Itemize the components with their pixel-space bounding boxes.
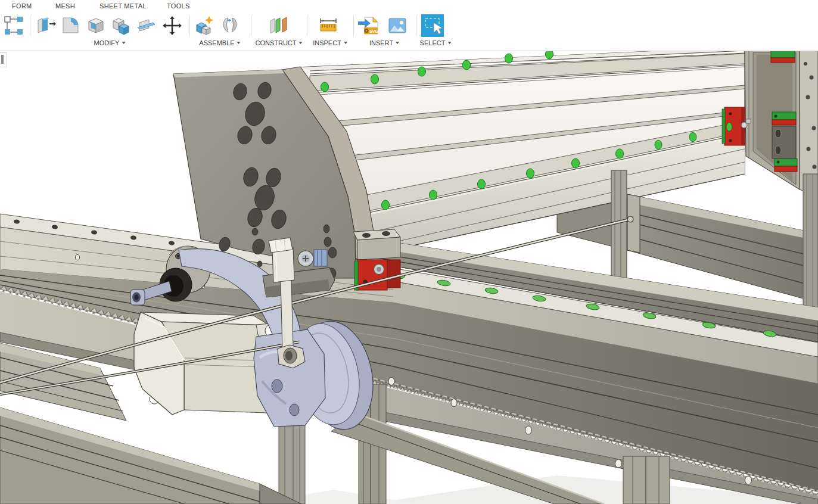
canvas-icon[interactable] <box>387 15 408 36</box>
select-icon[interactable] <box>421 14 444 38</box>
shell-icon[interactable] <box>86 15 106 36</box>
dropdown-caret-icon <box>122 42 125 44</box>
group-label-assemble[interactable]: ASSEMBLE <box>199 39 240 46</box>
insert-svg-icon[interactable]: SVG <box>357 15 381 36</box>
group-label-text: CONSTRUCT <box>255 39 296 46</box>
group-label-text: ASSEMBLE <box>199 39 234 46</box>
dropdown-caret-icon <box>396 42 399 44</box>
split-face-icon[interactable] <box>136 15 156 36</box>
fusion360-window: FORM MESH SHEET METAL TOOLS <box>0 0 818 504</box>
model-viewport[interactable] <box>0 0 818 504</box>
group-label-modify[interactable]: MODIFY <box>94 39 126 46</box>
combine-icon[interactable] <box>111 15 131 36</box>
tab-mesh[interactable]: MESH <box>55 2 75 10</box>
group-label-text: SELECT <box>420 39 446 46</box>
group-label-text: INSPECT <box>313 39 341 46</box>
group-label-insert[interactable]: INSERT <box>369 39 399 46</box>
cross-brace-left[interactable] <box>0 407 301 504</box>
construction-plane-icon[interactable] <box>266 15 292 36</box>
rail-clamp-block[interactable] <box>353 229 400 260</box>
move-icon[interactable] <box>162 15 182 36</box>
dropdown-caret-icon <box>299 42 303 44</box>
new-component-icon[interactable] <box>194 15 214 36</box>
dropdown-caret-icon <box>344 42 347 44</box>
tab-tools[interactable]: TOOLS <box>167 2 190 10</box>
press-pull-icon[interactable] <box>36 15 56 36</box>
frame-post-far-right[interactable] <box>803 174 818 309</box>
tab-form[interactable]: FORM <box>12 2 32 10</box>
browser-panel-toggle[interactable] <box>0 52 7 67</box>
browser-toggle-handle-icon <box>1 55 4 64</box>
group-label-inspect[interactable]: INSPECT <box>313 39 347 46</box>
group-label-text: MODIFY <box>94 39 120 46</box>
selection-box-icon[interactable] <box>4 15 24 36</box>
frame-post-rear[interactable] <box>611 170 627 281</box>
dropdown-caret-icon <box>237 42 241 44</box>
group-label-select[interactable]: SELECT <box>420 39 452 46</box>
fillet-icon[interactable] <box>61 15 81 36</box>
toolbar: FORM MESH SHEET METAL TOOLS <box>0 0 818 51</box>
frame-post-right[interactable] <box>623 456 670 504</box>
joint-icon[interactable] <box>219 15 240 36</box>
group-label-text: INSERT <box>369 39 393 46</box>
group-label-construct[interactable]: CONSTRUCT <box>255 39 302 46</box>
svg-badge-label: SVG <box>369 29 378 33</box>
tab-sheet-metal[interactable]: SHEET METAL <box>99 2 147 10</box>
dropdown-caret-icon <box>447 42 451 44</box>
measure-icon[interactable] <box>318 15 338 36</box>
